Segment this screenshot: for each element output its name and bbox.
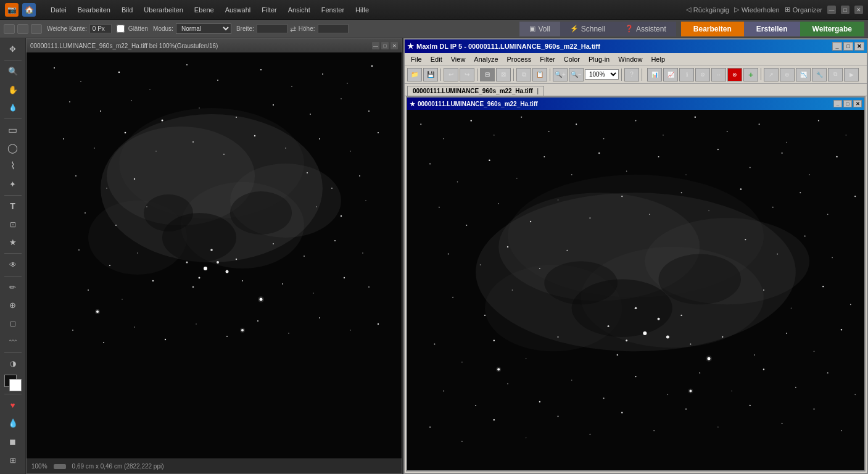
burn-tool[interactable]: ◑ [3,356,23,372]
menu-ueberarbeiten[interactable]: Überarbeiten [139,4,188,15]
crop-tool[interactable]: ⊡ [3,216,23,233]
smudge-tool[interactable]: 〰 [3,333,23,349]
pse-canvas[interactable] [27,52,402,459]
menu-ansicht[interactable]: Ansicht [283,4,315,15]
breite-input[interactable] [257,24,287,33]
background-color[interactable] [9,379,22,391]
color-picker[interactable] [4,375,22,391]
voll-button[interactable]: ▣ Voll [519,22,560,36]
close-button[interactable]: ✕ [854,6,863,14]
maximize-button[interactable]: □ [841,6,849,14]
brush-tool[interactable]: ✏ [3,279,23,296]
maxim-image-btn[interactable]: ⊟ [480,68,495,81]
maxim-more1-btn[interactable]: ⊕ [780,68,795,81]
swap-icon[interactable]: ⇄ [290,25,296,33]
modus-select[interactable]: Normal Auflösen Abdunkeln Multiplizieren [176,23,231,34]
hoehe-input[interactable] [318,24,349,33]
menu-auswahl[interactable]: Auswahl [220,4,256,15]
home-icon[interactable]: 🏠 [22,3,36,17]
maxim-screen-btn[interactable]: ⊠ [496,68,511,81]
maxim-hist-btn[interactable]: 📈 [663,68,678,81]
eyedropper-tool[interactable]: 💧 [3,99,23,116]
pse-scroll-thumb[interactable] [54,464,66,469]
clone-tool[interactable]: ⊕ [3,297,23,314]
camera-icon[interactable]: 📷 [5,3,19,17]
maxim-add-btn[interactable]: + [743,68,758,81]
maxim-more2-btn[interactable]: 📉 [796,68,811,81]
maxim-paste-btn[interactable]: 📋 [532,68,547,81]
maxim-menu-process[interactable]: Process [503,54,535,64]
menu-datei[interactable]: Datei [46,4,72,15]
maxim-stop-btn[interactable]: ⊗ [727,68,742,81]
pse-minimize[interactable]: — [372,42,379,49]
hand-tool[interactable]: ✋ [3,81,23,98]
maxim-calib-btn[interactable]: ⚙ [695,68,710,81]
menu-bild[interactable]: Bild [117,4,138,15]
lasso-tool[interactable]: ⌇ [3,157,23,174]
ellipse-marquee-tool[interactable]: ◯ [3,139,23,156]
tool-select-icon3[interactable] [31,24,42,34]
maxim-menu-analyze[interactable]: Analyze [470,54,502,64]
maxim-undo-btn[interactable]: ↩ [444,68,458,81]
maxim-zoom-in-btn[interactable]: 🔍+ [553,68,568,81]
move-tool[interactable]: ✥ [3,41,23,57]
maxim-menu-help[interactable]: Help [647,54,669,64]
glatten-checkbox[interactable] [117,25,125,33]
organizer-button[interactable]: ⊞ Organizer [785,6,822,14]
sponge-tool[interactable]: ◼ [3,433,23,449]
menu-ebene[interactable]: Ebene [189,4,219,15]
maxim-zoom-out-btn[interactable]: 🔍− [569,68,584,81]
maxim-stats-btn[interactable]: 📊 [647,68,662,81]
maxim-open-btn[interactable]: 📁 [407,68,422,81]
maxim-inner-restore[interactable]: □ [843,100,852,107]
zoom-tool[interactable]: 🔍 [3,63,23,80]
maxim-menu-edit[interactable]: Edit [427,54,446,64]
redo-button[interactable]: ▷ Wiederholen [734,6,780,14]
maxim-save-btn[interactable]: 💾 [423,68,438,81]
weiche-kante-input[interactable] [89,24,112,33]
eraser-tool[interactable]: ◻ [3,315,23,331]
maxim-copy2-btn[interactable]: ⧉ [828,68,843,81]
maxim-help-btn[interactable]: ? [624,68,639,81]
menu-filter[interactable]: Filter [257,4,281,15]
bearbeiten-mode-button[interactable]: Bearbeiten [681,22,744,36]
maxim-menu-file[interactable]: File [407,54,426,64]
erstellen-mode-button[interactable]: Erstellen [744,22,800,36]
maxim-close[interactable]: ✕ [854,42,864,51]
maxim-more4-btn[interactable]: ▶ [844,68,859,81]
text-tool[interactable]: T [3,198,23,215]
eye-tool[interactable]: 👁 [3,256,23,273]
maxim-copy-btn[interactable]: ⧉ [516,68,531,81]
maxim-zoom-select[interactable]: 100% 50% 200% Fit [585,69,619,80]
minimize-button[interactable]: — [827,6,836,14]
maxim-redo-btn[interactable]: ↪ [460,68,474,81]
bottom-tool[interactable]: ⊞ [3,452,23,469]
undo-button[interactable]: ◁ Rückgängig [686,6,729,14]
maxim-menu-plugin[interactable]: Plug-in [585,54,613,64]
maxim-cursor-btn[interactable]: ↗ [764,68,779,81]
pse-maximize[interactable]: □ [381,42,389,49]
pse-close[interactable]: ✕ [391,42,398,49]
heart-tool[interactable]: ♥ [3,397,23,414]
menu-fenster[interactable]: Fenster [316,4,349,15]
schnell-button[interactable]: ⚡ Schnell [560,22,615,36]
maxim-image-area[interactable] [407,110,864,470]
fill-tool[interactable]: 💧 [3,415,23,431]
maxim-stretch-btn[interactable]: ↔ [711,68,726,81]
maxim-restore[interactable]: □ [843,42,853,51]
weitergabe-mode-button[interactable]: Weitergabe [800,22,864,36]
rect-marquee-tool[interactable]: ▭ [3,122,23,138]
maxim-inner-close[interactable]: ✕ [853,100,862,107]
tool-select-icon1[interactable] [4,24,15,34]
maxim-menu-window[interactable]: Window [614,54,646,64]
maxim-menu-filter[interactable]: Filter [536,54,558,64]
assistent-button[interactable]: ❓ Assistent [615,22,676,36]
maxim-more3-btn[interactable]: 🔧 [812,68,827,81]
shape-tool[interactable]: ★ [3,234,23,251]
maxim-menu-view[interactable]: View [447,54,469,64]
menu-bearbeiten[interactable]: Bearbeiten [73,4,115,15]
tool-select-icon2[interactable] [17,24,28,34]
maxim-info-btn[interactable]: ℹ [679,68,694,81]
menu-hilfe[interactable]: Hilfe [350,4,374,15]
maxim-inner-minimize[interactable]: _ [833,100,842,107]
